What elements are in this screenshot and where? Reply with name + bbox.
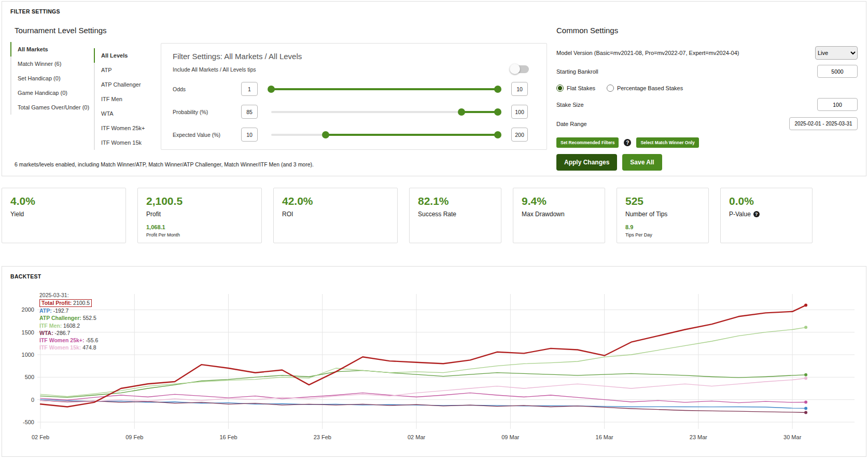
probability-slider-row: Probability (%) bbox=[173, 105, 535, 119]
tooltip-entry: ITF Women 25k+: -55.6 bbox=[39, 337, 98, 344]
svg-text:09 Feb: 09 Feb bbox=[125, 434, 143, 440]
probability-min-input[interactable] bbox=[241, 105, 258, 119]
stat-card-number-of-tips: 525 Number of Tips 8.9 Tips Per Day bbox=[617, 188, 709, 243]
market-tabs: All Markets Match Winner (6) Set Handica… bbox=[10, 42, 94, 150]
stat-card-profit: 2,100.5 Profit 1,068.1 Profit Per Month bbox=[137, 188, 262, 243]
tournament-settings-heading: Tournament Level Settings bbox=[10, 26, 547, 35]
roi-value: 42.0% bbox=[282, 195, 389, 207]
common-settings-heading: Common Settings bbox=[556, 26, 858, 35]
flat-stakes-radio-input[interactable] bbox=[556, 85, 564, 92]
backtest-title: BACKTEST bbox=[10, 273, 858, 280]
svg-text:16 Feb: 16 Feb bbox=[219, 434, 237, 440]
stats-row: 4.0% Yield 2,100.5 Profit 1,068.1 Profit… bbox=[2, 188, 866, 243]
percentage-stakes-label: Percentage Based Stakes bbox=[617, 85, 683, 91]
tab-itf-men[interactable]: ITF Men bbox=[94, 92, 160, 106]
odds-slider-row: Odds bbox=[173, 82, 535, 96]
tab-itf-women-15k[interactable]: ITF Women 15k bbox=[94, 135, 160, 150]
include-tips-label: Include All Markets / All Levels tips bbox=[173, 66, 256, 73]
tab-all-levels[interactable]: All Levels bbox=[94, 48, 160, 63]
slider-handle-min[interactable] bbox=[268, 86, 275, 93]
expected-value-min-input[interactable] bbox=[241, 128, 258, 142]
odds-slider[interactable] bbox=[271, 86, 498, 93]
help-icon[interactable]: ? bbox=[624, 139, 631, 146]
expected-value-slider[interactable] bbox=[271, 131, 498, 138]
profit-value: 2,100.5 bbox=[146, 195, 253, 207]
tooltip-entry: ITF Women 15k: 474.8 bbox=[39, 344, 98, 351]
filter-card-title: Filter Settings: All Markets / All Level… bbox=[173, 52, 535, 61]
backtest-chart-area: -500050010001500200002 Feb09 Feb16 Feb23… bbox=[10, 288, 858, 444]
stake-size-input[interactable] bbox=[817, 98, 858, 111]
svg-text:02 Feb: 02 Feb bbox=[32, 434, 49, 440]
slider-handle-min[interactable] bbox=[322, 131, 329, 138]
expected-value-label: Expected Value (%) bbox=[173, 132, 234, 138]
profit-per-month-value: 1,068.1 bbox=[146, 224, 253, 230]
backtest-panel: BACKTEST -500050010001500200002 Feb09 Fe… bbox=[2, 266, 866, 457]
svg-text:2000: 2000 bbox=[22, 306, 34, 313]
save-all-button[interactable]: Save All bbox=[622, 154, 662, 171]
markets-enabled-summary: 6 markets/levels enabled, including Matc… bbox=[10, 161, 547, 167]
percentage-stakes-radio[interactable]: Percentage Based Stakes bbox=[607, 85, 683, 92]
percentage-stakes-radio-input[interactable] bbox=[607, 85, 614, 92]
slider-handle-max[interactable] bbox=[494, 86, 501, 93]
tooltip-entry: ITF Men: 1608.2 bbox=[39, 323, 98, 329]
tab-wta[interactable]: WTA bbox=[94, 106, 160, 121]
flat-stakes-radio[interactable]: Flat Stakes bbox=[556, 85, 595, 92]
yield-value: 4.0% bbox=[10, 195, 117, 207]
yield-label: Yield bbox=[10, 211, 117, 218]
slider-fill bbox=[326, 134, 498, 136]
toggle-knob bbox=[510, 64, 520, 74]
tab-all-markets[interactable]: All Markets bbox=[10, 42, 94, 57]
stake-size-label: Stake Size bbox=[556, 102, 584, 108]
svg-text:-500: -500 bbox=[23, 419, 34, 425]
include-tips-toggle[interactable] bbox=[510, 65, 529, 73]
p-value-value: 0.0% bbox=[729, 195, 804, 207]
tab-itf-women-25k[interactable]: ITF Women 25k+ bbox=[94, 121, 160, 135]
probability-max-input[interactable] bbox=[511, 105, 528, 119]
flat-stakes-label: Flat Stakes bbox=[567, 85, 595, 91]
model-version-select[interactable]: Live bbox=[815, 46, 858, 60]
tooltip-entry: ATP Challenger: 552.5 bbox=[39, 315, 98, 322]
success-rate-value: 82.1% bbox=[418, 195, 493, 207]
profit-label: Profit bbox=[146, 211, 253, 218]
svg-text:1500: 1500 bbox=[22, 329, 34, 336]
odds-min-input[interactable] bbox=[241, 82, 258, 96]
tab-atp-challenger[interactable]: ATP Challenger bbox=[94, 77, 160, 92]
tab-match-winner[interactable]: Match Winner (6) bbox=[10, 57, 94, 71]
date-range-label: Date Range bbox=[556, 121, 587, 127]
tab-atp[interactable]: ATP bbox=[94, 63, 160, 77]
date-range-input[interactable] bbox=[789, 117, 858, 130]
svg-text:23 Mar: 23 Mar bbox=[690, 434, 708, 440]
slider-handle-max[interactable] bbox=[494, 131, 501, 138]
stat-card-yield: 4.0% Yield bbox=[2, 188, 126, 243]
backtest-chart[interactable]: -500050010001500200002 Feb09 Feb16 Feb23… bbox=[10, 288, 861, 444]
filter-card: Filter Settings: All Markets / All Level… bbox=[161, 43, 547, 150]
svg-text:30 Mar: 30 Mar bbox=[783, 434, 802, 440]
svg-text:16 Mar: 16 Mar bbox=[596, 434, 614, 440]
filter-settings-panel: FILTER SETTINGS Tournament Level Setting… bbox=[2, 1, 866, 176]
p-value-label: P-Value bbox=[729, 211, 751, 218]
tab-total-games[interactable]: Total Games Over/Under (0) bbox=[10, 100, 94, 115]
probability-label: Probability (%) bbox=[173, 109, 234, 115]
tab-set-handicap[interactable]: Set Handicap (0) bbox=[10, 71, 94, 86]
stake-type-radios: Flat Stakes Percentage Based Stakes bbox=[556, 85, 858, 92]
expected-value-max-input[interactable] bbox=[511, 128, 528, 142]
probability-slider[interactable] bbox=[271, 108, 498, 116]
number-of-tips-label: Number of Tips bbox=[625, 211, 700, 218]
slider-handle-min[interactable] bbox=[458, 108, 465, 116]
starting-bankroll-label: Starting Bankroll bbox=[556, 68, 598, 75]
starting-bankroll-input[interactable] bbox=[817, 65, 858, 78]
success-rate-label: Success Rate bbox=[418, 211, 493, 218]
slider-handle-max[interactable] bbox=[494, 108, 501, 116]
tab-game-handicap[interactable]: Game Handicap (0) bbox=[10, 86, 94, 100]
svg-text:1000: 1000 bbox=[22, 352, 34, 358]
svg-text:0: 0 bbox=[31, 397, 34, 403]
roi-label: ROI bbox=[282, 211, 389, 218]
select-match-winner-only-button[interactable]: Select Match Winner Only bbox=[636, 137, 698, 148]
tips-per-day-label: Tips Per Day bbox=[625, 232, 700, 238]
slider-fill bbox=[271, 88, 498, 90]
p-value-help-icon[interactable]: ? bbox=[753, 211, 760, 217]
common-settings-section: Common Settings Model Version (Basic=mv2… bbox=[547, 26, 858, 171]
set-recommended-filters-button[interactable]: Set Recommended Filters bbox=[556, 137, 619, 148]
odds-max-input[interactable] bbox=[511, 82, 528, 96]
apply-changes-button[interactable]: Apply Changes bbox=[556, 154, 617, 171]
